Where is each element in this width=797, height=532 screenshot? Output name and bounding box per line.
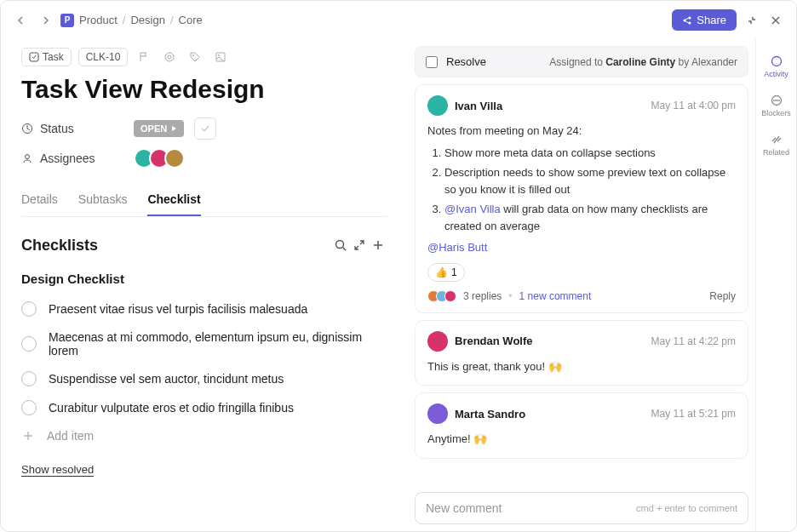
assignee-avatars[interactable]: [134, 148, 185, 169]
comment-time: May 11 at 5:21 pm: [651, 408, 736, 420]
share-button[interactable]: Share: [672, 9, 737, 31]
search-icon[interactable]: [331, 236, 350, 255]
thread-avatars[interactable]: [427, 290, 456, 302]
breadcrumb[interactable]: P Product/ Design/ Core: [60, 14, 203, 27]
checkbox-circle[interactable]: [21, 336, 37, 352]
checklist-item-label: Curabitur vulputate eros et odio fringil…: [49, 401, 294, 415]
checklist-item[interactable]: Praesent vitae risus vel turpis facilisi…: [21, 295, 387, 323]
checkbox-circle[interactable]: [21, 301, 37, 317]
svg-point-5: [168, 55, 171, 59]
task-icon: [29, 52, 39, 62]
product-icon: P: [60, 14, 74, 27]
tag-icon[interactable]: [186, 48, 204, 66]
task-panel: Task CLK-10 Task View Redesign Status OP…: [1, 39, 408, 531]
expand-icon[interactable]: [350, 236, 369, 255]
tabs: Details Subtasks Checklist: [21, 184, 387, 217]
avatar[interactable]: [427, 331, 448, 352]
sidebar-related[interactable]: Related: [756, 128, 796, 162]
add-checklist-icon[interactable]: [369, 236, 387, 255]
blocker-icon: [770, 94, 783, 107]
sidebar-activity[interactable]: Activity: [756, 49, 796, 83]
checklists-heading: Checklists: [21, 237, 331, 255]
reply-count[interactable]: 3 replies: [463, 290, 502, 302]
svg-rect-7: [216, 53, 225, 61]
resolve-label[interactable]: Resolve: [446, 55, 486, 68]
comment-author[interactable]: Brendan Wolfe: [455, 335, 533, 347]
related-icon: [770, 133, 783, 146]
sidebar-blockers[interactable]: Blockers: [756, 89, 796, 123]
avatar[interactable]: [427, 95, 448, 116]
checklist-item[interactable]: Curabitur vulputate eros et odio fringil…: [21, 393, 387, 422]
comment: Ivan Villa May 11 at 4:00 pm Notes from …: [415, 84, 748, 313]
comment-time: May 11 at 4:00 pm: [651, 100, 736, 112]
bc-design[interactable]: Design: [130, 14, 164, 26]
assignees-label: Assignees: [21, 152, 123, 165]
nav-back[interactable]: [13, 12, 30, 29]
task-title[interactable]: Task View Redesign: [21, 75, 387, 104]
tab-checklist[interactable]: Checklist: [147, 184, 200, 216]
play-icon: [170, 125, 177, 132]
checklist-name[interactable]: Design Checklist: [21, 272, 387, 286]
svg-point-6: [192, 54, 194, 56]
comment: Marta Sandro May 11 at 5:21 pm Anytime! …: [415, 392, 748, 459]
bc-product[interactable]: Product: [79, 14, 118, 26]
checkbox-circle[interactable]: [21, 371, 37, 386]
checklist-item[interactable]: Maecenas at mi commodo, elementum ipsum …: [21, 323, 387, 364]
status-icon: [21, 123, 33, 134]
avatar[interactable]: [164, 148, 185, 169]
share-icon: [682, 15, 692, 26]
task-id-chip[interactable]: CLK-10: [78, 48, 129, 66]
svg-point-12: [771, 57, 781, 66]
composer-placeholder: New comment: [426, 501, 502, 515]
target-icon[interactable]: [160, 48, 179, 66]
svg-point-4: [165, 53, 174, 61]
svg-point-10: [26, 155, 30, 159]
reaction[interactable]: 👍 1: [427, 263, 465, 282]
comment-body: Anytime! 🙌: [427, 431, 736, 448]
right-sidebar: Activity Blockers Related: [755, 39, 796, 531]
person-icon: [21, 152, 33, 164]
add-item[interactable]: Add item: [21, 422, 387, 449]
comment-composer[interactable]: New comment cmd + enter to comment: [415, 492, 748, 524]
svg-point-11: [336, 241, 344, 249]
status-label: Status: [21, 122, 123, 135]
show-resolved-link[interactable]: Show resolved: [21, 463, 94, 477]
task-type-chip[interactable]: Task: [21, 48, 72, 66]
composer-hint: cmd + enter to comment: [636, 503, 737, 513]
resolve-checkbox[interactable]: [426, 56, 438, 68]
topbar: P Product/ Design/ Core Share: [1, 1, 796, 39]
nav-forward[interactable]: [37, 12, 54, 29]
comment-author[interactable]: Ivan Villa: [455, 100, 502, 112]
bc-core[interactable]: Core: [179, 14, 203, 26]
avatar[interactable]: [427, 403, 448, 424]
tab-details[interactable]: Details: [21, 184, 58, 216]
checklist-item-label: Praesent vitae risus vel turpis facilisi…: [49, 302, 307, 316]
reply-button[interactable]: Reply: [709, 290, 736, 302]
mention[interactable]: @Ivan Villa: [444, 203, 501, 215]
image-icon[interactable]: [211, 48, 230, 66]
close-icon[interactable]: [767, 12, 784, 29]
status-check[interactable]: [194, 117, 216, 140]
checkbox-circle[interactable]: [21, 400, 37, 415]
new-comment-badge[interactable]: 1 new comment: [519, 290, 592, 302]
minimize-icon[interactable]: [743, 12, 760, 29]
assigned-to: Assigned to Caroline Ginty by Alexander: [549, 56, 737, 68]
checklist-item-label: Suspendisse vel sem auctor, tincidunt me…: [49, 372, 284, 386]
comment-author[interactable]: Marta Sandro: [455, 408, 525, 420]
flag-icon[interactable]: [135, 48, 153, 66]
chat-icon: [770, 54, 783, 68]
activity-panel: Resolve Assigned to Caroline Ginty by Al…: [408, 39, 755, 531]
svg-point-8: [218, 54, 220, 56]
comment-body: Notes from meeting on May 24: Show more …: [427, 123, 736, 256]
checklist-item[interactable]: Suspendisse vel sem auctor, tincidunt me…: [21, 364, 387, 393]
comment-time: May 11 at 4:22 pm: [651, 335, 736, 347]
mention[interactable]: @Haris Butt: [427, 239, 736, 256]
comment-body: This is great, thank you! 🙌: [427, 358, 736, 375]
comment: Brendan Wolfe May 11 at 4:22 pm This is …: [415, 320, 748, 386]
resolve-bar: Resolve Assigned to Caroline Ginty by Al…: [415, 46, 748, 77]
tab-subtasks[interactable]: Subtasks: [78, 184, 128, 216]
checklist-item-label: Maecenas at mi commodo, elementum ipsum …: [49, 330, 387, 358]
status-badge[interactable]: OPEN: [134, 120, 184, 137]
plus-icon: [21, 429, 35, 443]
